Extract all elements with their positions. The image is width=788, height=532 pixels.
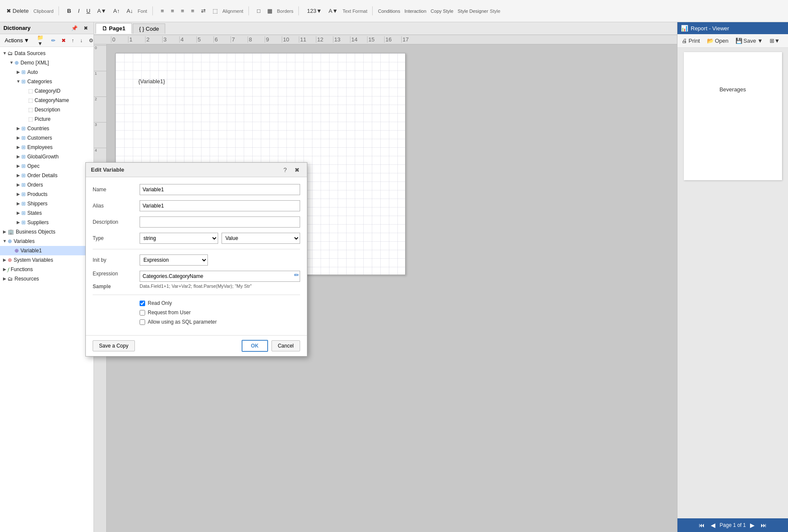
delete-button[interactable]: ✖ Delete bbox=[3, 6, 32, 15]
align-center-button[interactable]: ≡ bbox=[168, 6, 177, 15]
highlight-button[interactable]: A▼ bbox=[326, 6, 341, 15]
sys-vars-icon: ⊕ bbox=[8, 256, 12, 264]
nav-prev-button[interactable]: ◀ bbox=[709, 521, 717, 529]
align-justify-button[interactable]: ≡ bbox=[188, 6, 197, 15]
name-input[interactable] bbox=[140, 184, 300, 195]
tree-toggle[interactable]: ▼ bbox=[2, 237, 8, 246]
tree-item-business-objects[interactable]: ▶ 🏢 Business Objects bbox=[0, 227, 93, 237]
ok-button[interactable]: OK bbox=[242, 340, 268, 352]
tree-item-categoryname[interactable]: ⬚ CategoryName bbox=[0, 96, 93, 105]
tree-toggle[interactable]: ▶ bbox=[15, 124, 21, 133]
tree-toggle[interactable]: ▶ bbox=[15, 68, 21, 76]
request-user-checkbox[interactable] bbox=[140, 310, 145, 316]
tree-toggle[interactable]: ▶ bbox=[15, 181, 21, 189]
move-up-button[interactable]: ↑ bbox=[70, 37, 76, 44]
tree-toggle[interactable]: ▼ bbox=[2, 49, 8, 58]
actions-dropdown[interactable]: Actions ▼ bbox=[3, 36, 32, 45]
tab-code[interactable]: { } Code bbox=[133, 23, 166, 34]
alias-input[interactable] bbox=[140, 200, 300, 211]
viewer-more-button[interactable]: ⊞▼ bbox=[768, 37, 782, 45]
tree-toggle[interactable]: ▶ bbox=[2, 256, 8, 264]
tree-toggle[interactable]: ▶ bbox=[2, 275, 8, 283]
modal-close-button[interactable]: ✖ bbox=[292, 165, 302, 175]
modal-help-button[interactable]: ? bbox=[280, 165, 290, 175]
tree-toggle[interactable]: ▶ bbox=[15, 162, 21, 170]
tree-item-employees[interactable]: ▶ ⊞ Employees bbox=[0, 143, 93, 152]
tree-toggle[interactable]: ▶ bbox=[2, 228, 8, 236]
tree-toggle[interactable]: ▶ bbox=[2, 265, 8, 274]
tree-toggle[interactable]: ▶ bbox=[15, 152, 21, 161]
tree-toggle[interactable]: ▶ bbox=[15, 209, 21, 217]
format-button[interactable]: 123▼ bbox=[304, 6, 325, 15]
tree-toggle[interactable]: ▼ bbox=[9, 58, 15, 67]
move-down-button[interactable]: ↓ bbox=[78, 37, 85, 44]
cancel-button[interactable]: Cancel bbox=[271, 340, 300, 351]
open-button[interactable]: 📂 Open bbox=[705, 37, 730, 45]
tree-toggle[interactable]: ▶ bbox=[15, 218, 21, 227]
font-color-button[interactable]: A▼ bbox=[94, 6, 110, 15]
close-panel-button[interactable]: ✖ bbox=[82, 24, 90, 32]
delete-tree-button[interactable]: ✖ bbox=[59, 37, 68, 44]
tab-page1[interactable]: 🗋 Page1 bbox=[96, 23, 132, 34]
expression-input[interactable] bbox=[140, 271, 300, 282]
tree-item-orders[interactable]: ▶ ⊞ Orders bbox=[0, 180, 93, 190]
tree-item-suppliers[interactable]: ▶ ⊞ Suppliers bbox=[0, 218, 93, 227]
tree-item-customers[interactable]: ▶ ⊞ Customers bbox=[0, 133, 93, 143]
expression-edit-button[interactable]: ✏ bbox=[294, 272, 299, 278]
align-left-button[interactable]: ≡ bbox=[158, 6, 167, 15]
tree-item-resources[interactable]: ▶ 🗂 Resources bbox=[0, 274, 93, 284]
align-right-button[interactable]: ≡ bbox=[178, 6, 187, 15]
tree-item-globalgrowth[interactable]: ▶ ⊞ GlobalGrowth bbox=[0, 152, 93, 161]
tree-item-opec[interactable]: ▶ ⊞ Opec bbox=[0, 161, 93, 171]
fill-button[interactable]: ▦ bbox=[264, 6, 275, 15]
viewer-content[interactable]: Beverages bbox=[677, 48, 788, 518]
underline-button[interactable]: U bbox=[83, 6, 93, 15]
font-size-up-button[interactable]: A↑ bbox=[110, 6, 123, 15]
tree-item-functions[interactable]: ▶ 𝑓 Functions bbox=[0, 265, 93, 274]
save-button[interactable]: 💾 Save ▼ bbox=[734, 37, 765, 45]
tree-item-states[interactable]: ▶ ⊞ States bbox=[0, 208, 93, 218]
font-size-down-button[interactable]: A↓ bbox=[123, 6, 136, 15]
variable1-element[interactable]: {Variable1} bbox=[137, 77, 166, 86]
dictionary-tree[interactable]: ▼ 🗂 Data Sources ▼ ⊕ Demo [XML] ▶ ⊞ Auto bbox=[0, 47, 93, 532]
tree-toggle[interactable]: ▶ bbox=[15, 134, 21, 142]
indent-button[interactable]: ⬚ bbox=[210, 6, 221, 15]
allow-sql-checkbox[interactable] bbox=[140, 319, 145, 325]
tree-item-picture[interactable]: ⬚ Picture bbox=[0, 114, 93, 124]
pin-button[interactable]: 📌 bbox=[69, 24, 80, 32]
tree-item-system-variables[interactable]: ▶ ⊕ System Variables bbox=[0, 255, 93, 265]
tree-item-order-details[interactable]: ▶ ⊞ Order Details bbox=[0, 171, 93, 180]
tree-toggle[interactable]: ▼ bbox=[15, 77, 21, 86]
tree-toggle[interactable]: ▶ bbox=[15, 171, 21, 180]
tree-item-shippers[interactable]: ▶ ⊞ Shippers bbox=[0, 199, 93, 208]
tree-item-data-sources[interactable]: ▼ 🗂 Data Sources bbox=[0, 49, 93, 58]
save-copy-button[interactable]: Save a Copy bbox=[93, 340, 135, 351]
init-by-select[interactable]: Expression Event None bbox=[140, 254, 208, 266]
type-select[interactable]: string int float bool date bbox=[140, 233, 218, 244]
nav-last-button[interactable]: ⏭ bbox=[759, 521, 768, 529]
tree-item-variable1[interactable]: ⊕ Variable1 bbox=[0, 246, 93, 255]
tree-item-categories[interactable]: ▼ ⊞ Categories bbox=[0, 77, 93, 86]
tree-item-demo-xml[interactable]: ▼ ⊕ Demo [XML] bbox=[0, 58, 93, 67]
tree-item-countries[interactable]: ▶ ⊞ Countries bbox=[0, 124, 93, 133]
border-button[interactable]: □ bbox=[254, 6, 263, 15]
tree-item-products[interactable]: ▶ ⊞ Products bbox=[0, 190, 93, 199]
italic-button[interactable]: I bbox=[75, 6, 83, 15]
description-input[interactable] bbox=[140, 216, 300, 228]
text-dir-button[interactable]: ⇄ bbox=[198, 6, 209, 15]
tree-toggle[interactable]: ▶ bbox=[15, 190, 21, 199]
print-button[interactable]: 🖨 Print bbox=[680, 37, 702, 45]
tree-toggle[interactable]: ▶ bbox=[15, 143, 21, 152]
tree-item-description[interactable]: ⬚ Description bbox=[0, 105, 93, 114]
read-only-checkbox[interactable] bbox=[140, 301, 145, 306]
kind-select[interactable]: Value Expression Total bbox=[222, 233, 300, 244]
nav-first-button[interactable]: ⏮ bbox=[697, 521, 706, 529]
edit-button[interactable]: ✏ bbox=[49, 37, 58, 44]
tree-toggle[interactable]: ▶ bbox=[15, 199, 21, 208]
nav-next-button[interactable]: ▶ bbox=[748, 521, 756, 529]
open-folder-button[interactable]: 📁▼ bbox=[35, 34, 46, 47]
bold-button[interactable]: B bbox=[64, 6, 74, 15]
tree-item-auto[interactable]: ▶ ⊞ Auto bbox=[0, 67, 93, 77]
tree-item-categoryid[interactable]: ⬚ CategoryID bbox=[0, 86, 93, 96]
tree-item-variables[interactable]: ▼ ⊕ Variables bbox=[0, 237, 93, 246]
